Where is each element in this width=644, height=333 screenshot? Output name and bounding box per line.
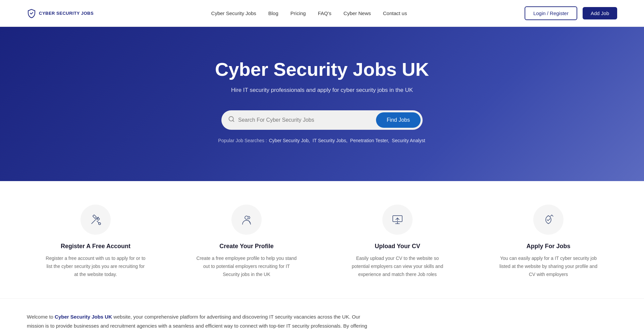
feature-register: Register A Free Account Register a free … [45, 205, 146, 278]
navbar-actions: Login / Register Add Job [525, 6, 617, 20]
upload-desc: Easily upload your CV to the website so … [347, 255, 448, 278]
hero-section: Cyber Security Jobs UK Hire IT security … [0, 27, 644, 181]
popular-label: Popular Job Searches : [218, 138, 267, 143]
apply-title: Apply For Jobs [498, 243, 599, 250]
svg-rect-3 [93, 215, 96, 218]
register-desc: Register a free account with us to apply… [45, 255, 146, 278]
popular-link-1[interactable]: Cyber Security Job, [269, 138, 310, 143]
nav-cyber-news[interactable]: Cyber News [343, 10, 371, 16]
profile-title: Create Your Profile [196, 243, 297, 250]
popular-searches: Popular Job Searches : Cyber Security Jo… [218, 138, 426, 143]
brand-logo[interactable]: CYBER SECURITY JOBS [27, 9, 94, 18]
nav-pricing[interactable]: Pricing [290, 10, 306, 16]
brand-name: CYBER SECURITY JOBS [39, 11, 94, 16]
add-job-button[interactable]: Add Job [583, 7, 617, 19]
navbar: CYBER SECURITY JOBS Cyber Security Jobs … [0, 0, 644, 27]
login-register-button[interactable]: Login / Register [525, 6, 577, 20]
find-jobs-button[interactable]: Find Jobs [376, 112, 421, 128]
hero-title: Cyber Security Jobs UK [215, 58, 429, 80]
nav-faqs[interactable]: FAQ's [318, 10, 331, 16]
welcome-section: Welcome to Cyber Security Jobs UK websit… [0, 298, 644, 333]
search-icon [228, 116, 235, 124]
hero-subtitle: Hire IT security professionals and apply… [231, 87, 413, 94]
feature-apply: Apply For Jobs You can easily apply for … [498, 205, 599, 278]
profile-icon [240, 213, 253, 226]
register-icon-wrap [80, 205, 111, 235]
svg-line-1 [233, 120, 234, 122]
search-bar: Find Jobs [221, 110, 423, 130]
svg-point-5 [99, 223, 101, 225]
popular-link-2[interactable]: IT Security Jobs, [313, 138, 347, 143]
register-title: Register A Free Account [45, 243, 146, 250]
svg-line-4 [97, 221, 99, 223]
svg-point-6 [245, 216, 248, 219]
welcome-text: Welcome to Cyber Security Jobs UK websit… [27, 312, 369, 333]
features-section: Register A Free Account Register a free … [0, 181, 644, 298]
upload-title: Upload Your CV [347, 243, 448, 250]
apply-icon-wrap [533, 205, 564, 235]
monitor-icon [391, 213, 404, 226]
feature-upload: Upload Your CV Easily upload your CV to … [347, 205, 448, 278]
nav-blog[interactable]: Blog [268, 10, 278, 16]
nav-links: Cyber Security Jobs Blog Pricing FAQ's C… [211, 10, 407, 16]
shield-icon [27, 9, 36, 18]
apply-desc: You can easily apply for a IT cyber secu… [498, 255, 599, 278]
apply-icon [542, 213, 555, 226]
welcome-intro: Welcome to [27, 314, 55, 320]
nav-cyber-security-jobs[interactable]: Cyber Security Jobs [211, 10, 256, 16]
upload-icon-wrap [382, 205, 413, 235]
feature-profile: Create Your Profile Create a free employ… [196, 205, 297, 278]
nav-contact[interactable]: Contact us [383, 10, 407, 16]
search-input[interactable] [238, 117, 376, 123]
popular-link-3[interactable]: Penetration Tester, [350, 138, 389, 143]
profile-desc: Create a free employee profile to help y… [196, 255, 297, 278]
tools-icon [89, 213, 102, 226]
profile-icon-wrap [231, 205, 262, 235]
popular-link-4[interactable]: Security Analyst [392, 138, 425, 143]
welcome-brand: Cyber Security Jobs UK [55, 314, 112, 320]
